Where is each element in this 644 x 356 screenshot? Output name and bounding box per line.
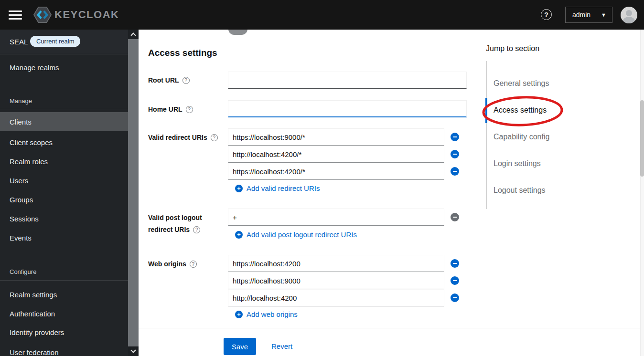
remove-redirect-uri-3-button[interactable] [451,167,459,176]
post-logout-uri-input[interactable] [228,209,444,226]
page-scrollbar-track[interactable] [640,30,644,356]
plus-icon: + [235,231,243,239]
redirect-uri-row [228,146,467,163]
menu-icon[interactable] [9,10,22,20]
revert-button[interactable]: Revert [271,342,292,350]
page-scrollbar-thumb[interactable] [640,100,644,177]
valid-redirect-uris-label-row: Valid redirect URIs ? [148,134,218,141]
add-web-origins-link[interactable]: + Add web origins [235,310,298,318]
root-url-label: Root URL [148,76,179,84]
sidebar-item-realm-settings[interactable]: Realm settings [0,285,128,304]
jump-item-capability-config[interactable]: Capability config [494,133,549,141]
help-icon[interactable]: ? [186,106,193,113]
user-dropdown[interactable]: admin ▼ [565,7,612,23]
redirect-uri-input-3[interactable] [228,163,444,180]
web-origins-label: Web origins [148,260,186,268]
sidebar-item-users[interactable]: Users [0,171,128,190]
scroll-down-icon[interactable] [130,347,136,353]
jump-item-access-settings[interactable]: Access settings [494,106,547,115]
username: admin [572,11,590,19]
help-icon[interactable]: ? [190,261,197,268]
remove-web-origin-1-button[interactable] [451,259,459,268]
plus-icon: + [235,311,243,318]
minus-icon [453,136,457,138]
top-bar: KEYCLOAK ? admin ▼ [0,0,644,30]
remove-redirect-uri-1-button[interactable] [451,133,459,141]
sidebar-item-authentication[interactable]: Authentication [0,304,128,323]
keycloak-hexagon-icon [33,6,52,24]
remove-web-origin-2-button[interactable] [451,276,459,285]
brand-text: KEYCLOAK [54,9,119,21]
jump-item-general-settings[interactable]: General settings [494,79,549,88]
sidebar-item-clients[interactable]: Clients [0,112,128,131]
valid-redirect-uris-label: Valid redirect URIs [148,134,207,141]
web-origin-input-1[interactable] [228,255,444,272]
redirect-uri-row [228,163,467,180]
minus-icon [453,171,457,172]
home-url-input[interactable] [228,100,467,117]
avatar-head [626,10,632,16]
web-origin-input-2[interactable] [228,272,444,289]
root-url-input[interactable] [228,72,467,89]
web-origins-label-row: Web origins ? [148,260,197,268]
keycloak-logo: KEYCLOAK [33,6,119,24]
help-icon[interactable]: ? [193,226,200,233]
sidebar-scrollbar-thumb[interactable] [128,39,139,346]
minus-icon [453,297,457,299]
current-realm-badge: Current realm [30,36,80,47]
chevron-down-icon: ▼ [601,12,606,18]
section-heading: Access settings [148,48,217,58]
jump-panel-title: Jump to section [486,44,539,53]
web-origin-row [228,255,467,272]
scroll-up-icon[interactable] [130,32,136,38]
jump-item-logout-settings[interactable]: Logout settings [494,186,546,195]
keycloak-admin-console: KEYCLOAK ? admin ▼ SEAL Current realm Ma… [0,0,644,356]
sidebar: SEAL Current realm Manage realms Manage … [0,30,139,356]
realm-selector[interactable]: SEAL Current realm [0,30,128,54]
post-logout-uri-row [228,209,467,226]
sidebar-scrollbar[interactable] [128,30,139,356]
home-url-label: Home URL [148,105,182,113]
jump-item-login-settings[interactable]: Login settings [494,159,541,168]
redirect-uri-input-1[interactable] [228,128,444,146]
realm-name: SEAL [10,38,28,46]
add-redirect-uri-link[interactable]: + Add valid redirect URIs [235,184,320,192]
redirect-uri-row [228,128,467,146]
help-icon[interactable]: ? [541,9,552,20]
save-button[interactable]: Save [224,338,256,355]
sidebar-group-configure: Configure [10,268,36,275]
divider [0,280,128,281]
add-redirect-uri-label: Add valid redirect URIs [247,184,320,192]
remove-post-logout-uri-button-disabled[interactable] [451,213,459,221]
web-origin-input-3[interactable] [228,289,444,306]
avatar[interactable] [621,7,637,23]
sidebar-item-identity-providers[interactable]: Identity providers [0,323,128,342]
plus-icon: + [235,185,243,192]
sidebar-item-realm-roles[interactable]: Realm roles [0,152,128,171]
home-url-field-wrap [228,100,467,117]
sidebar-item-sessions[interactable]: Sessions [0,209,128,228]
post-logout-label-line1: Valid post logout [148,214,202,221]
home-url-label-row: Home URL ? [148,105,193,113]
add-post-logout-uri-label: Add valid post logout redirect URIs [247,230,357,239]
add-post-logout-uri-link[interactable]: + Add valid post logout redirect URIs [235,230,357,239]
help-icon[interactable]: ? [211,134,218,141]
sidebar-item-events[interactable]: Events [0,228,128,247]
help-icon[interactable]: ? [182,77,190,84]
redirect-uri-input-2[interactable] [228,146,444,163]
minus-icon [453,217,457,218]
sidebar-item-user-federation[interactable]: User federation [0,343,128,356]
sidebar-item-groups[interactable]: Groups [0,190,128,209]
post-logout-label-line2: redirect URIs [148,226,190,233]
web-origin-row [228,289,467,306]
jump-panel-rail [486,61,487,209]
minus-icon [453,280,457,282]
remove-web-origin-3-button[interactable] [451,293,459,302]
minus-icon [453,154,457,155]
sidebar-item-client-scopes[interactable]: Client scopes [0,133,128,152]
minus-icon [453,263,457,264]
divider [0,109,128,109]
remove-redirect-uri-2-button[interactable] [451,150,459,158]
sidebar-item-manage-realms[interactable]: Manage realms [0,58,128,77]
avatar-body [623,17,635,23]
